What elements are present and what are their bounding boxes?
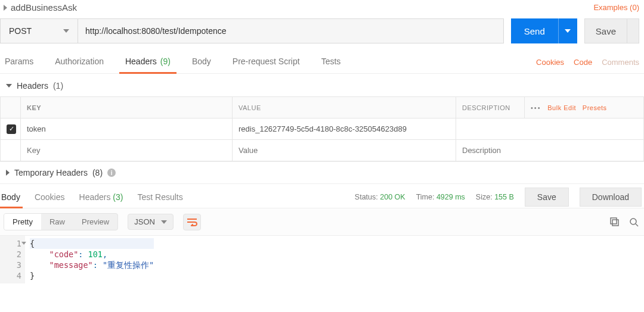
method-url-group: POST bbox=[0, 18, 504, 43]
send-dropdown[interactable] bbox=[558, 18, 577, 43]
wrap-lines-icon[interactable] bbox=[183, 214, 201, 230]
format-select[interactable]: JSON bbox=[128, 214, 174, 230]
svg-rect-3 bbox=[611, 218, 617, 224]
header-desc-input[interactable] bbox=[462, 140, 637, 161]
header-key-input[interactable] bbox=[27, 118, 226, 139]
resp-download-button[interactable]: Download bbox=[580, 188, 642, 207]
bulk-edit-link[interactable]: Bulk Edit bbox=[547, 104, 576, 111]
header-row: ✓ bbox=[1, 118, 644, 140]
status-label: Status: 200 OK bbox=[355, 193, 405, 201]
line-number: 1 bbox=[6, 238, 21, 249]
line-number: 2 bbox=[6, 249, 21, 260]
resp-tab-headers[interactable]: Headers (3) bbox=[78, 186, 125, 208]
col-key: KEY bbox=[21, 97, 233, 118]
chevron-down-icon bbox=[161, 220, 167, 224]
resp-tab-tests[interactable]: Test Results bbox=[136, 186, 184, 208]
url-input[interactable] bbox=[78, 19, 503, 43]
copy-icon[interactable] bbox=[609, 217, 620, 227]
tab-prerequest[interactable]: Pre-request Script bbox=[230, 51, 302, 73]
send-button[interactable]: Send bbox=[511, 18, 558, 43]
svg-line-5 bbox=[636, 224, 638, 226]
more-icon[interactable]: ••• bbox=[531, 104, 541, 111]
svg-rect-2 bbox=[612, 220, 618, 226]
presets-link[interactable]: Presets bbox=[583, 104, 607, 111]
tab-tests[interactable]: Tests bbox=[319, 51, 343, 73]
save-dropdown[interactable] bbox=[627, 18, 639, 43]
method-select[interactable]: POST bbox=[1, 19, 78, 43]
link-code[interactable]: Code bbox=[574, 58, 592, 67]
col-value: VALUE bbox=[233, 97, 456, 118]
temp-headers-toggle[interactable]: Temporary Headers (8) i bbox=[0, 161, 644, 183]
info-icon[interactable]: i bbox=[107, 169, 116, 177]
examples-link[interactable]: Examples (0) bbox=[593, 3, 639, 12]
col-description: DESCRIPTION bbox=[456, 97, 525, 118]
headers-table: KEY VALUE DESCRIPTION ••• Bulk Edit Pres… bbox=[0, 96, 644, 161]
view-mode-tabs: Pretty Raw Preview bbox=[4, 213, 118, 230]
search-icon[interactable] bbox=[628, 217, 639, 227]
headers-section-toggle[interactable]: Headers (1) bbox=[0, 74, 644, 96]
size-label: Size: 155 B bbox=[476, 193, 514, 201]
view-pretty[interactable]: Pretty bbox=[4, 214, 41, 230]
tab-body[interactable]: Body bbox=[190, 51, 213, 73]
view-raw[interactable]: Raw bbox=[41, 214, 73, 230]
save-button[interactable]: Save bbox=[584, 18, 627, 43]
header-value-input[interactable] bbox=[239, 140, 450, 161]
line-number: 4 bbox=[6, 270, 21, 281]
collapse-icon[interactable] bbox=[4, 5, 7, 11]
chevron-down-icon bbox=[565, 29, 571, 33]
time-label: Time: 4929 ms bbox=[416, 193, 465, 201]
link-cookies[interactable]: Cookies bbox=[536, 58, 564, 67]
header-key-input[interactable] bbox=[27, 140, 226, 161]
resp-save-button[interactable]: Save bbox=[525, 188, 569, 207]
header-value-input[interactable] bbox=[239, 118, 450, 139]
svg-point-4 bbox=[630, 219, 636, 224]
link-comments[interactable]: Comments bbox=[602, 58, 639, 67]
line-number: 3 bbox=[6, 260, 21, 270]
response-body: 1 2 3 4 { "code": 101, "message": "重复性操作… bbox=[0, 236, 644, 283]
row-checkbox[interactable]: ✓ bbox=[7, 124, 16, 134]
chevron-down-icon bbox=[6, 84, 12, 88]
chevron-down-icon bbox=[63, 29, 69, 33]
resp-tab-body[interactable]: Body bbox=[0, 186, 21, 208]
chevron-right-icon bbox=[6, 170, 10, 176]
tab-authorization[interactable]: Authorization bbox=[52, 51, 106, 73]
request-title: addBusinessAsk bbox=[11, 2, 77, 13]
resp-tab-cookies[interactable]: Cookies bbox=[33, 186, 66, 208]
view-preview[interactable]: Preview bbox=[73, 214, 117, 230]
tab-params[interactable]: Params bbox=[2, 51, 36, 73]
tab-headers[interactable]: Headers (9) bbox=[123, 51, 173, 73]
header-row-new bbox=[1, 140, 644, 161]
header-desc-input[interactable] bbox=[462, 118, 637, 139]
